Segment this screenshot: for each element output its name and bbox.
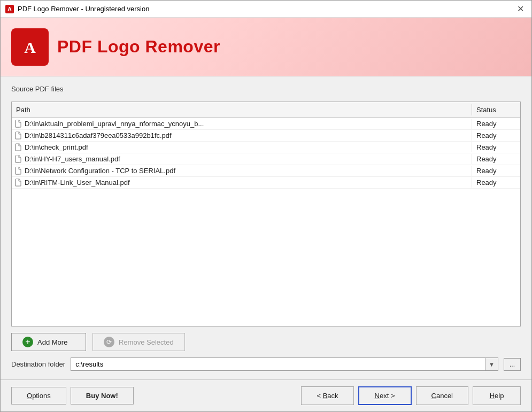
remove-selected-label: Remove Selected	[119, 338, 174, 346]
file-status-text: Ready	[472, 142, 520, 152]
table-row[interactable]: D:\in\aktualn_problemi_upravl_nnya_nform…	[12, 118, 520, 130]
file-icon	[15, 167, 21, 175]
svg-text:A: A	[7, 6, 12, 12]
file-icon	[15, 155, 21, 163]
next-button[interactable]: Next >	[358, 386, 412, 405]
options-button[interactable]: Options	[11, 387, 66, 405]
file-path-cell: D:\in\b2814311c6adaf379eea0533a992b1fc.p…	[12, 130, 472, 141]
table-row[interactable]: D:\in\b2814311c6adaf379eea0533a992b1fc.p…	[12, 130, 520, 142]
file-icon	[15, 178, 21, 186]
options-label: Options	[27, 392, 51, 400]
add-more-label: Add More	[37, 338, 67, 346]
close-button[interactable]: ✕	[514, 4, 527, 14]
file-action-buttons: + Add More ⟳ Remove Selected	[11, 333, 521, 351]
help-button[interactable]: Help	[473, 386, 521, 405]
svg-text:A: A	[24, 38, 36, 56]
back-button[interactable]: < Back	[301, 386, 353, 405]
file-path-text: D:\in\Network Configuration - TCP to SER…	[25, 167, 175, 175]
col-path-header: Path	[12, 104, 472, 115]
remove-icon: ⟳	[104, 337, 114, 347]
main-window: A PDF Logo Remover - Unregistered versio…	[0, 0, 532, 412]
file-path-cell: D:\in\Network Configuration - TCP to SER…	[12, 166, 472, 176]
file-icon	[15, 131, 21, 139]
destination-row: Destination folder ▼ ...	[11, 357, 521, 371]
file-path-text: D:\in\check_print.pdf	[25, 143, 88, 151]
footer-left-buttons: Options Buy Now!	[11, 387, 134, 405]
col-status-header: Status	[472, 104, 520, 115]
file-status-text: Ready	[472, 177, 520, 188]
table-row[interactable]: D:\in\check_print.pdfReady	[12, 142, 520, 153]
table-row[interactable]: D:\in\Network Configuration - TCP to SER…	[12, 165, 520, 177]
title-bar-icon: A	[5, 4, 14, 14]
title-bar: A PDF Logo Remover - Unregistered versio…	[1, 1, 531, 18]
app-title: PDF Logo Remover	[57, 37, 220, 57]
add-more-button[interactable]: + Add More	[11, 333, 86, 351]
file-icon	[15, 143, 21, 151]
file-path-text: D:\in\HY-H7_users_manual.pdf	[25, 155, 120, 163]
file-path-text: D:\in\aktualn_problemi_upravl_nnya_nform…	[25, 120, 204, 128]
file-icon	[15, 120, 21, 128]
destination-input-wrap: ▼	[71, 357, 498, 371]
title-bar-left: A PDF Logo Remover - Unregistered versio…	[5, 4, 149, 14]
file-table: Path Status D:\in\aktualn_problemi_uprav…	[11, 102, 521, 327]
help-label: Help	[490, 392, 504, 400]
app-logo: A	[11, 28, 49, 66]
cancel-button[interactable]: Cancel	[416, 386, 468, 405]
logo-svg: A	[17, 34, 43, 60]
footer-buttons: Options Buy Now! < Back Next > Cancel He…	[1, 380, 531, 411]
table-body: D:\in\aktualn_problemi_upravl_nnya_nform…	[12, 118, 520, 326]
source-section-label: Source PDF files	[11, 85, 521, 93]
file-path-cell: D:\in\RITM-Link_User_Manual.pdf	[12, 177, 472, 188]
destination-dropdown-button[interactable]: ▼	[485, 358, 498, 370]
file-status-text: Ready	[472, 119, 520, 129]
header-banner: A PDF Logo Remover	[1, 18, 531, 76]
file-path-cell: D:\in\HY-H7_users_manual.pdf	[12, 154, 472, 164]
next-label: Next >	[375, 392, 395, 400]
footer-right-buttons: < Back Next > Cancel Help	[301, 386, 521, 405]
destination-browse-button[interactable]: ...	[504, 358, 521, 371]
file-path-cell: D:\in\check_print.pdf	[12, 142, 472, 152]
content-area: Source PDF files Path Status D:\in\aktua…	[1, 76, 531, 379]
destination-input[interactable]	[71, 358, 485, 370]
table-row[interactable]: D:\in\HY-H7_users_manual.pdfReady	[12, 153, 520, 165]
file-status-text: Ready	[472, 154, 520, 164]
file-status-text: Ready	[472, 130, 520, 141]
destination-label: Destination folder	[11, 360, 65, 368]
buy-now-button[interactable]: Buy Now!	[71, 387, 134, 405]
table-header: Path Status	[12, 102, 520, 118]
file-path-text: D:\in\RITM-Link_User_Manual.pdf	[25, 178, 130, 186]
title-bar-text: PDF Logo Remover - Unregistered version	[18, 5, 149, 13]
file-path-text: D:\in\b2814311c6adaf379eea0533a992b1fc.p…	[25, 131, 172, 139]
cancel-label: Cancel	[431, 392, 453, 400]
remove-selected-button[interactable]: ⟳ Remove Selected	[92, 333, 185, 351]
table-row[interactable]: D:\in\RITM-Link_User_Manual.pdfReady	[12, 177, 520, 189]
add-icon: +	[22, 337, 33, 347]
file-status-text: Ready	[472, 166, 520, 176]
file-path-cell: D:\in\aktualn_problemi_upravl_nnya_nform…	[12, 119, 472, 129]
